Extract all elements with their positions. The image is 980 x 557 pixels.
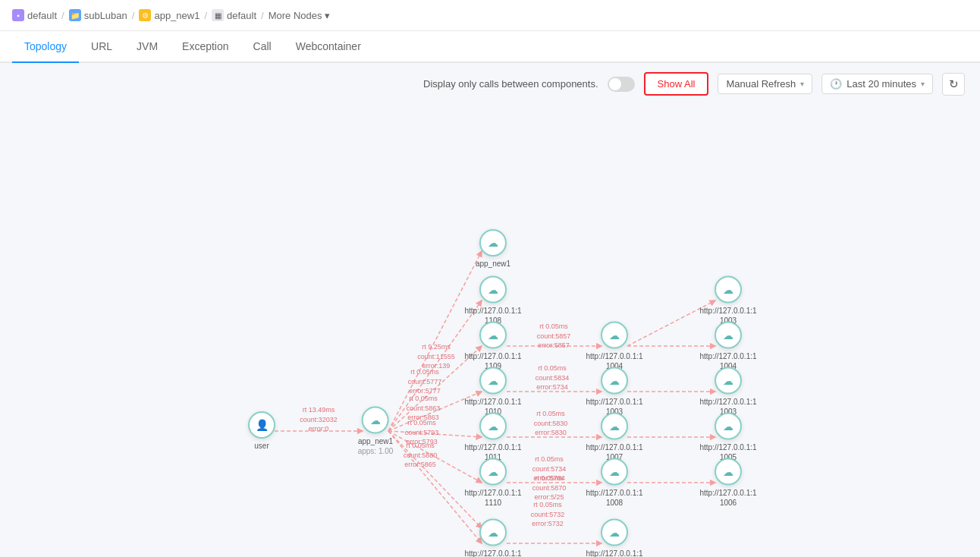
rr5-icon: ☁	[723, 466, 733, 478]
toolbar: Display only calls between components. S…	[0, 63, 980, 105]
r3-icon: ☁	[609, 420, 620, 433]
app-icon: ⚙	[139, 9, 151, 21]
r2-icon: ☁	[609, 375, 620, 387]
manual-refresh-label: Manual Refresh	[726, 78, 796, 90]
n5-circle: ☁	[479, 458, 507, 486]
r5-circle: ☁	[601, 519, 628, 546]
node-app[interactable]: ☁ app_new1apps: 1.00	[358, 407, 394, 456]
breadcrumb-more-nodes[interactable]: More Nodes ▾	[269, 10, 330, 21]
n7-circle: ☁	[479, 519, 507, 546]
r4-circle: ☁	[601, 458, 628, 486]
breadcrumb-item-default1[interactable]: ▪ default	[12, 9, 57, 21]
chevron-down-icon: ▾	[325, 10, 330, 21]
app-node-label: app_new1apps: 1.00	[358, 436, 394, 456]
n3-icon: ☁	[488, 375, 498, 387]
tab-topology[interactable]: Topology	[12, 31, 79, 63]
node-icon: ▦	[212, 9, 224, 21]
node-r1[interactable]: ☁ http://127.0.0.1:11004	[584, 322, 645, 371]
n0-circle: ☁	[479, 229, 507, 256]
n3-circle: ☁	[479, 367, 507, 395]
manual-refresh-chevron: ▾	[800, 80, 804, 88]
breadcrumb-label-default2: default	[227, 10, 256, 21]
time-range-chevron: ▾	[921, 80, 925, 88]
breadcrumb-item-default2[interactable]: ▦ default	[212, 9, 256, 21]
breadcrumb-item-subluban[interactable]: 📁 subLuban	[69, 9, 127, 21]
breadcrumb-sep-1: /	[61, 10, 64, 21]
node-n2[interactable]: ☁ http://127.0.0.1:11109	[463, 322, 523, 371]
rr5-label: http://127.0.0.1:11006	[698, 488, 759, 508]
rr2-icon: ☁	[723, 329, 733, 341]
n1-circle: ☁	[479, 276, 507, 304]
n2-circle: ☁	[479, 322, 507, 349]
breadcrumb-label-app: app_new1	[154, 10, 199, 21]
app-node-icon: ☁	[370, 414, 381, 426]
node-rr2[interactable]: ☁ http://127.0.0.1:11004	[698, 322, 759, 371]
breadcrumb-sep-4: /	[261, 10, 264, 21]
n0-icon: ☁	[488, 237, 498, 249]
rr3-circle: ☁	[715, 367, 742, 395]
tab-url[interactable]: URL	[79, 31, 124, 63]
rr1-icon: ☁	[723, 284, 733, 296]
n4-circle: ☁	[479, 413, 507, 440]
node-user[interactable]: 👤 user	[248, 411, 275, 451]
n2-icon: ☁	[488, 329, 498, 341]
manual-refresh-select[interactable]: Manual Refresh ▾	[718, 74, 812, 94]
node-r4[interactable]: ☁ http://127.0.0.1:11008	[584, 458, 645, 508]
breadcrumb-item-app[interactable]: ⚙ app_new1	[139, 9, 199, 21]
tab-webcontainer[interactable]: Webcontainer	[284, 31, 373, 63]
refresh-icon: ↻	[949, 77, 959, 91]
node-rr4[interactable]: ☁ http://127.0.0.1:11005	[698, 413, 759, 462]
rr4-icon: ☁	[723, 420, 733, 433]
clock-icon: 🕐	[830, 78, 842, 90]
n7-label: http://127.0.0.1:11111	[463, 549, 523, 558]
n0-label: app_new1	[476, 259, 510, 269]
show-all-button[interactable]: Show All	[644, 72, 709, 96]
tab-call[interactable]: Call	[241, 31, 284, 63]
node-r3[interactable]: ☁ http://127.0.0.1:11007	[584, 413, 645, 462]
user-node-label: user	[254, 441, 269, 451]
display-label: Display only calls between components.	[423, 78, 598, 90]
node-n4[interactable]: ☁ http://127.0.0.1:11011	[463, 413, 523, 462]
node-r2[interactable]: ☁ http://127.0.0.1:11003	[584, 367, 645, 417]
r2-circle: ☁	[601, 367, 628, 395]
breadcrumb-sep-3: /	[204, 10, 207, 21]
node-n5[interactable]: ☁ http://127.0.0.1:11110	[463, 458, 523, 508]
node-n1[interactable]: ☁ http://127.0.0.1:11108	[463, 276, 523, 326]
tab-exception[interactable]: Exception	[170, 31, 240, 63]
rr5-circle: ☁	[715, 458, 742, 486]
user-node-circle: 👤	[248, 411, 275, 439]
breadcrumb-sep-2: /	[132, 10, 135, 21]
tab-jvm[interactable]: JVM	[124, 31, 170, 63]
breadcrumb: ▪ default / 📁 subLuban / ⚙ app_new1 / ▦ …	[0, 0, 980, 31]
n7-icon: ☁	[488, 527, 498, 539]
rr3-icon: ☁	[723, 375, 733, 387]
refresh-button[interactable]: ↻	[942, 73, 965, 96]
n5-icon: ☁	[488, 466, 498, 478]
node-n3[interactable]: ☁ http://127.0.0.1:11010	[463, 367, 523, 417]
node-rr5[interactable]: ☁ http://127.0.0.1:11006	[698, 458, 759, 508]
r4-label: http://127.0.0.1:11008	[584, 488, 645, 508]
r4-icon: ☁	[609, 466, 620, 478]
time-range-select[interactable]: 🕐 Last 20 minutes ▾	[821, 74, 933, 94]
breadcrumb-label-default1: default	[27, 10, 57, 21]
node-r5[interactable]: ☁ http://127.0.0.1:11007	[584, 519, 645, 558]
time-range-label: Last 20 minutes	[847, 78, 916, 90]
breadcrumb-label-subluban: subLuban	[84, 10, 127, 21]
r1-circle: ☁	[601, 322, 628, 349]
node-n0[interactable]: ☁ app_new1	[476, 229, 510, 269]
node-n7[interactable]: ☁ http://127.0.0.1:11111	[463, 519, 523, 558]
user-icon: 👤	[256, 419, 269, 431]
r3-circle: ☁	[601, 413, 628, 440]
n1-icon: ☁	[488, 284, 498, 296]
nav-tabs: Topology URL JVM Exception Call Webconta…	[0, 31, 980, 63]
app-node-circle: ☁	[362, 407, 389, 434]
default-icon: ▪	[12, 9, 24, 21]
node-rr3[interactable]: ☁ http://127.0.0.1:11003	[698, 367, 759, 417]
n5-label: http://127.0.0.1:11110	[463, 488, 523, 508]
node-rr1[interactable]: ☁ http://127.0.0.1:11003	[698, 276, 759, 326]
r5-label: http://127.0.0.1:11007	[584, 549, 645, 558]
breadcrumb-label-more: More Nodes	[269, 10, 322, 21]
topology-canvas[interactable]: rt 13.49mscount:32032error:0 rt 9.25msco…	[0, 105, 980, 557]
r1-icon: ☁	[609, 329, 620, 341]
display-toggle[interactable]	[608, 77, 635, 92]
